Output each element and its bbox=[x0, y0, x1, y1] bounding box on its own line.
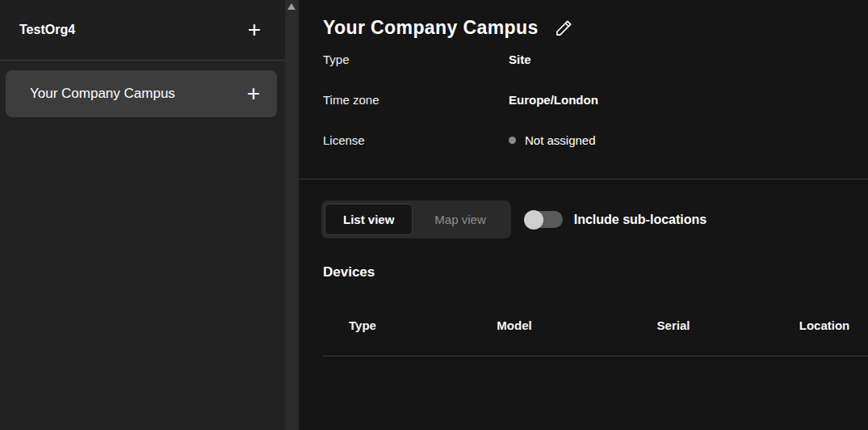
status-dot-icon bbox=[509, 137, 516, 144]
add-location-button[interactable]: + bbox=[248, 19, 261, 41]
column-header-model: Model bbox=[497, 318, 531, 332]
devices-table-header: Type Model Serial Location bbox=[299, 318, 868, 335]
devices-heading: Devices bbox=[323, 264, 868, 280]
sidebar-scrollbar[interactable] bbox=[285, 0, 299, 430]
title-row: Your Company Campus bbox=[299, 0, 868, 39]
edit-pencil-icon[interactable] bbox=[555, 19, 573, 37]
column-header-type: Type bbox=[349, 318, 376, 332]
table-header-divider bbox=[323, 356, 868, 356]
info-value: Not assigned bbox=[509, 133, 596, 147]
org-name: TestOrg4 bbox=[19, 23, 75, 37]
sidebar: TestOrg4 + Your Company Campus + bbox=[0, 0, 285, 430]
info-label: Type bbox=[323, 53, 509, 66]
license-status-text: Not assigned bbox=[525, 133, 596, 147]
include-sub-locations-label: Include sub-locations bbox=[574, 213, 707, 227]
add-sublocation-button[interactable]: + bbox=[247, 82, 260, 105]
main-panel: Your Company Campus Type Site Time zone … bbox=[299, 0, 868, 430]
info-value: Europe/London bbox=[509, 93, 598, 107]
info-value: Site bbox=[509, 53, 531, 66]
tab-map-view[interactable]: Map view bbox=[413, 204, 507, 235]
info-rows: Type Site Time zone Europe/London Licens… bbox=[323, 39, 868, 160]
tab-list-view[interactable]: List view bbox=[325, 204, 413, 235]
org-header: TestOrg4 + bbox=[0, 0, 285, 61]
column-header-location: Location bbox=[799, 318, 850, 332]
column-header-serial: Serial bbox=[657, 318, 690, 332]
sidebar-item-your-company-campus[interactable]: Your Company Campus + bbox=[6, 70, 277, 117]
info-row-timezone: Time zone Europe/London bbox=[323, 79, 868, 120]
controls-row: List view Map view Include sub-locations bbox=[321, 200, 868, 238]
toggle-knob bbox=[524, 210, 543, 230]
info-label: Time zone bbox=[323, 93, 509, 107]
page-title: Your Company Campus bbox=[323, 17, 539, 39]
scroll-up-icon[interactable] bbox=[287, 3, 296, 10]
view-toggle-group: List view Map view bbox=[321, 200, 511, 238]
info-row-type: Type Site bbox=[323, 39, 868, 79]
include-sub-locations-toggle[interactable] bbox=[525, 211, 563, 228]
section-divider bbox=[299, 179, 868, 179]
sidebar-item-label: Your Company Campus bbox=[30, 86, 175, 102]
info-label: License bbox=[323, 133, 509, 147]
info-row-license: License Not assigned bbox=[323, 120, 868, 160]
